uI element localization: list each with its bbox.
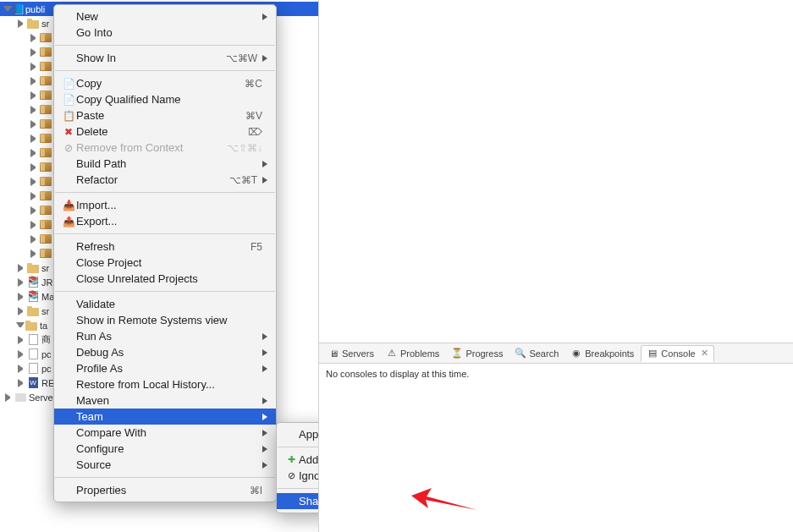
console-body: No consoles to display at this time.: [319, 364, 793, 384]
chevron-icon: [30, 163, 39, 172]
jar-icon: [27, 291, 39, 303]
tab-progress[interactable]: ⏳Progress: [446, 345, 508, 362]
menu-item-close-unrelated-projects[interactable]: Close Unrelated Projects: [54, 271, 276, 287]
menu-item-go-into[interactable]: Go Into: [54, 25, 276, 41]
submenu-arrow-icon: [262, 349, 267, 356]
submenu-arrow-icon: [262, 462, 267, 469]
menu-label: Restore from Local History...: [76, 378, 267, 391]
menu-label: Validate: [76, 298, 267, 310]
menu-item-configure[interactable]: Configure: [54, 441, 276, 457]
chevron-icon: [30, 235, 39, 244]
console-message: No consoles to display at this time.: [326, 369, 469, 379]
menu-label: Show In: [76, 52, 226, 64]
menu-separator: [55, 291, 275, 292]
menu-item-debug-as[interactable]: Debug As: [54, 344, 276, 360]
tree-item-label: sr: [41, 306, 49, 316]
menu-item-new[interactable]: New: [54, 8, 276, 25]
package-icon: [40, 61, 52, 73]
folder-icon: [27, 262, 39, 274]
menu-item-compare-with[interactable]: Compare With: [54, 425, 276, 441]
tree-item-label: Serve: [29, 392, 53, 403]
menu-shortcut: F5: [251, 241, 262, 253]
submenu-arrow-icon: [262, 398, 267, 404]
menu-label: Remove from Context: [76, 141, 227, 154]
package-icon: [40, 47, 52, 58]
menu-item-import[interactable]: 📥Import...: [54, 197, 276, 213]
chevron-icon: [5, 393, 14, 402]
menu-item-run-as[interactable]: Run As: [54, 328, 276, 344]
bottom-panel: 🖥Servers ⚠Problems ⏳Progress 🔍Search ◉Br…: [318, 343, 793, 532]
menu-item-show-in-remote-systems-view[interactable]: Show in Remote Systems view: [54, 312, 276, 328]
menu-item-close-project[interactable]: Close Project: [54, 255, 276, 271]
menu-item-validate[interactable]: Validate: [54, 296, 276, 312]
menu-item-maven[interactable]: Maven: [54, 392, 276, 409]
folder-icon: [25, 320, 37, 332]
package-icon: [40, 233, 52, 245]
chevron-icon: [30, 77, 39, 85]
tab-console[interactable]: ▤Console✕: [641, 345, 713, 362]
menu-item-team[interactable]: Team: [54, 409, 276, 425]
import-icon: 📥: [61, 200, 76, 211]
menu-label: Delete: [76, 125, 248, 138]
problems-icon: ⚠: [386, 348, 398, 359]
chevron-icon: [18, 307, 26, 315]
menu-separator: [55, 192, 275, 193]
menu-item-copy[interactable]: 📄Copy⌘C: [54, 75, 276, 91]
jar-icon: [27, 277, 39, 288]
menu-label: Compare With: [76, 426, 262, 439]
tree-item-label: ta: [40, 321, 47, 331]
package-icon: [40, 219, 52, 231]
bottom-tabs[interactable]: 🖥Servers ⚠Problems ⏳Progress 🔍Search ◉Br…: [319, 343, 793, 364]
submenu-arrow-icon: [262, 161, 267, 167]
package-icon: [40, 162, 52, 173]
tree-item-label: RE: [41, 378, 54, 388]
tab-breakpoints[interactable]: ◉Breakpoints: [565, 345, 639, 362]
tree-item-label: sr: [41, 19, 49, 29]
context-menu[interactable]: NewGo IntoShow In⌥⌘W📄Copy⌘C📄Copy Qualifi…: [53, 4, 277, 502]
menu-item-restore-from-local-history[interactable]: Restore from Local History...: [54, 376, 276, 392]
package-icon: [40, 90, 52, 101]
tree-item-label: 商: [41, 333, 51, 346]
menu-item-copy-qualified-name[interactable]: 📄Copy Qualified Name: [54, 91, 276, 107]
menu-shortcut: ⌘I: [250, 485, 262, 496]
menu-item-delete[interactable]: ✖Delete⌦: [54, 123, 276, 140]
package-icon: [40, 118, 52, 130]
menu-item-refresh[interactable]: RefreshF5: [54, 239, 276, 255]
chevron-icon: [30, 63, 39, 71]
expand-icon: [3, 6, 12, 14]
menu-item-properties[interactable]: Properties⌘I: [54, 482, 276, 498]
chevron-icon: [18, 365, 26, 373]
chevron-icon: [16, 322, 25, 331]
submenu-arrow-icon: [262, 14, 267, 20]
package-icon: [40, 133, 52, 145]
tree-item-label: Ma: [41, 292, 54, 302]
chevron-icon: [30, 34, 39, 42]
word-icon: W: [27, 377, 39, 389]
menu-label: Configure: [76, 442, 262, 455]
menu-item-show-in[interactable]: Show In⌥⌘W: [54, 50, 276, 66]
red-arrow-annotation: [411, 476, 479, 515]
menu-label: Maven: [76, 394, 262, 407]
copy-icon: 📄: [61, 78, 76, 90]
menu-label: Properties: [76, 484, 250, 496]
menu-item-remove-from-context: ⊘Remove from Context⌥⇧⌘↓: [54, 140, 276, 156]
submenu-arrow-icon: [262, 446, 267, 452]
menu-shortcut: ⌥⇧⌘↓: [227, 142, 262, 154]
menu-item-paste[interactable]: 📋Paste⌘V: [54, 107, 276, 123]
menu-item-export[interactable]: 📤Export...: [54, 213, 276, 229]
menu-shortcut: ⌥⌘T: [229, 174, 257, 186]
file-icon: [27, 334, 39, 346]
tab-servers[interactable]: 🖥Servers: [322, 345, 379, 362]
close-icon[interactable]: ✕: [701, 348, 708, 359]
remove-icon: ⊘: [61, 142, 76, 154]
menu-label: Export...: [76, 215, 267, 228]
menu-separator: [55, 70, 275, 71]
tab-problems[interactable]: ⚠Problems: [381, 345, 444, 362]
tab-search[interactable]: 🔍Search: [509, 345, 564, 362]
menu-item-build-path[interactable]: Build Path: [54, 156, 276, 172]
package-icon: [40, 190, 52, 202]
menu-label: Copy: [76, 77, 245, 90]
menu-item-profile-as[interactable]: Profile As: [54, 360, 276, 376]
menu-item-source[interactable]: Source: [54, 457, 276, 473]
menu-item-refactor[interactable]: Refactor⌥⌘T: [54, 172, 276, 188]
